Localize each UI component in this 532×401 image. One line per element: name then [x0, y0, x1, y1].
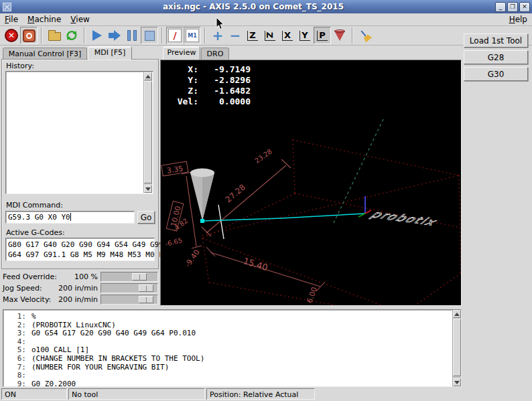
gcode-line[interactable]: 8:	[3, 372, 461, 380]
run-icon[interactable]	[88, 27, 106, 44]
zoom-out-icon[interactable]: −	[226, 27, 244, 44]
view-top-icon[interactable]: Z	[244, 27, 261, 44]
scroll-up-icon[interactable]	[144, 72, 152, 80]
feed-override-row: Feed Override: 100 %	[3, 272, 158, 282]
step-icon[interactable]	[106, 27, 123, 44]
position-mode-cell: Position: Relative Actual	[206, 388, 315, 400]
dimension-labels: 3.35 10.00 27.28 23.28 -4.82 -6.65 -9.40…	[161, 147, 319, 304]
active-gcodes-box: G80 G17 G40 G20 G90 G94 G54 G49 G99 G64 …	[5, 238, 155, 261]
close-icon[interactable]: ✕	[519, 2, 530, 12]
preview-canvas[interactable]: X:-9.7149 Y:-2.8296 Z:-1.6482 Vel:0.0000	[160, 60, 462, 306]
max-velocity-row: Max Velocity: 200 in/min	[3, 295, 158, 305]
scrollbar-thumb[interactable]	[453, 319, 461, 376]
menu-view[interactable]: View	[66, 13, 94, 25]
history-label: History:	[6, 62, 34, 70]
mdi-command-label: MDI Command:	[6, 201, 63, 210]
reload-icon[interactable]	[63, 27, 80, 44]
mouse-cursor	[216, 17, 225, 31]
toolbar-separator	[84, 27, 85, 44]
active-gcodes-line2: G64 G97 G91.1 G8 M5 M9 M48 M53 M0 F0	[8, 250, 154, 260]
rotate-view-icon[interactable]	[331, 27, 348, 44]
gcode-scrollbar[interactable]	[452, 310, 461, 386]
load-1st-tool-button[interactable]: Load 1st Tool	[464, 33, 528, 48]
jog-speed-label: Jog Speed:	[3, 284, 42, 293]
feed-override-value: 100 %	[74, 272, 98, 281]
minimize-icon[interactable]: _	[495, 2, 506, 12]
gcode-line[interactable]: 3:G0 G54 G17 G20 G90 G40 G49 G64 P0.010	[3, 329, 461, 338]
toolpath-line	[202, 214, 365, 221]
slider-thumb[interactable]	[139, 296, 153, 303]
maximize-icon[interactable]: ❐	[507, 2, 518, 12]
machine-power-icon[interactable]	[20, 27, 38, 44]
gcode-line[interactable]: 1:%	[3, 313, 461, 321]
dim-neg-6-65: -6.65	[164, 236, 183, 248]
scroll-up-icon[interactable]	[453, 310, 461, 318]
menu-file[interactable]: File	[0, 13, 23, 25]
jog-speed-slider[interactable]	[101, 283, 158, 293]
tab-mdi[interactable]: MDI [F5]	[88, 46, 132, 60]
title-bar[interactable]: axis.ngc - AXIS 2.5.0 on Comet_TS_2015 _…	[0, 0, 532, 13]
mdi-command-text: G59.3 G0 X0 Y0	[8, 213, 70, 222]
toolbar-separator	[204, 27, 206, 44]
axis-window: axis.ngc - AXIS 2.5.0 on Comet_TS_2015 _…	[0, 0, 532, 401]
scrollbar-thumb[interactable]	[144, 81, 152, 183]
slider-thumb[interactable]	[132, 273, 147, 280]
menu-bar: File Machine View Help	[0, 13, 532, 26]
text-caret	[70, 213, 71, 221]
toolbar-separator	[161, 27, 163, 44]
toggle-skip-lines-icon[interactable]: /	[166, 27, 184, 44]
window-icon	[3, 3, 11, 11]
slider-thumb[interactable]	[139, 285, 153, 292]
dim-15-40: 15.40	[242, 256, 269, 272]
tool-cone	[190, 169, 214, 222]
tab-preview[interactable]: Preview	[163, 46, 200, 60]
estop-icon[interactable]: ✕	[3, 27, 20, 44]
toolbar: ✕ / M1 + − Z Z X Y P	[0, 26, 532, 46]
jog-speed-value: 200 in/min	[58, 284, 98, 293]
mdi-history-list[interactable]	[5, 71, 153, 194]
machine-state-cell: ON	[1, 388, 67, 400]
pause-icon[interactable]	[123, 27, 141, 44]
active-gcodes-label: Active G-Codes:	[6, 228, 65, 237]
open-file-icon[interactable]	[46, 27, 63, 44]
toggle-optional-pause-icon[interactable]: M1	[184, 27, 201, 44]
view-rotated-top-icon[interactable]: Z	[261, 27, 279, 44]
window-title: axis.ngc - AXIS 2.5.0 on Comet_TS_2015	[11, 2, 495, 11]
scroll-down-icon[interactable]	[453, 378, 461, 386]
max-velocity-label: Max Velocity:	[3, 295, 51, 304]
toolbar-separator	[352, 27, 353, 44]
go-button[interactable]: Go	[137, 211, 155, 224]
tool-position-marker	[200, 219, 204, 223]
clear-plot-icon[interactable]	[356, 27, 374, 44]
g28-button[interactable]: G28	[464, 50, 528, 64]
mdi-command-input[interactable]: G59.3 G0 X0 Y0	[5, 211, 135, 224]
feed-override-label: Feed Override:	[3, 272, 57, 281]
dim-neg-9-40: -9.40	[184, 248, 202, 269]
status-bar: ON No tool Position: Relative Actual	[0, 388, 532, 401]
toolbar-separator	[41, 27, 42, 44]
engraving-toolpath-text: probotix	[369, 209, 440, 228]
view-front-icon[interactable]: Y	[296, 27, 314, 44]
gcode-listing[interactable]: 1:% 2:(PROBOTIX LinuxCNC) 3:G0 G54 G17 G…	[3, 309, 462, 387]
tool-status-cell: No tool	[68, 388, 205, 400]
menu-machine[interactable]: Machine	[23, 13, 66, 25]
menu-help[interactable]: Help	[505, 13, 532, 25]
rapid-move-line	[334, 119, 383, 223]
gcode-line[interactable]: 6:(CHANGE NUMBER IN BRACKETS TO THE TOOL…	[3, 355, 461, 364]
dim-3-35: 3.35	[166, 164, 184, 175]
gcode-line[interactable]: 9:G0 Z0.2000	[3, 380, 461, 387]
tab-manual-control[interactable]: Manual Control [F3]	[3, 48, 87, 60]
preview-3d-scene: 3.35 10.00 27.28 23.28 -4.82 -6.65 -9.40…	[161, 60, 461, 305]
history-scrollbar[interactable]	[143, 72, 152, 193]
g30-button[interactable]: G30	[464, 67, 528, 81]
view-perspective-icon[interactable]: P	[314, 27, 331, 44]
gcode-line[interactable]: 7:(NUMBER FOR YOUR ENGRAVING BIT)	[3, 364, 461, 372]
dim-23-28: 23.28	[253, 147, 273, 164]
scroll-down-icon[interactable]	[144, 185, 152, 193]
tab-dro[interactable]: DRO	[201, 48, 229, 60]
view-side-icon[interactable]: X	[279, 27, 296, 44]
max-velocity-slider[interactable]	[101, 295, 158, 305]
stop-icon[interactable]	[141, 27, 158, 44]
max-velocity-value: 200 in/min	[58, 295, 98, 304]
feed-override-slider[interactable]	[101, 272, 158, 282]
